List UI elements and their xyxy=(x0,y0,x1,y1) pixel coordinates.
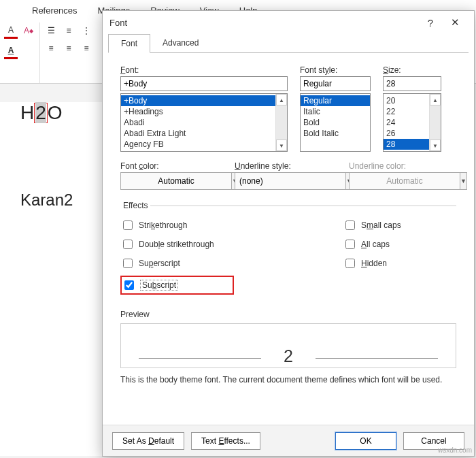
list-item[interactable]: Abadi xyxy=(121,117,275,128)
help-button[interactable]: ? xyxy=(418,17,443,29)
label-size: Size: xyxy=(383,65,441,75)
align-left-icon[interactable]: ≡ xyxy=(43,40,59,56)
list-item[interactable]: +Body xyxy=(121,95,275,106)
preview-sample: 2 xyxy=(284,324,293,367)
effects-group: Effects Strikethrough Double strikethrou… xyxy=(120,201,456,300)
checkbox-all-caps[interactable]: All caps xyxy=(343,238,456,251)
font-color-combo[interactable]: ▼ xyxy=(120,172,222,190)
font-color-icon[interactable]: A xyxy=(4,43,18,59)
size-list[interactable]: 20 22 24 26 28 ▲ ▼ xyxy=(383,93,441,152)
doc-sample-h2o: H2O xyxy=(20,102,63,124)
checkbox-subscript[interactable]: Subscript xyxy=(122,278,178,292)
ok-button[interactable]: OK xyxy=(335,432,396,450)
preview-box: 2 xyxy=(120,323,456,368)
document-area xyxy=(0,102,109,456)
numbering-icon[interactable]: ≡ xyxy=(61,22,77,39)
font-input[interactable] xyxy=(120,76,288,91)
scrollbar[interactable]: ▲ ▼ xyxy=(429,94,441,151)
scroll-down-icon[interactable]: ▼ xyxy=(430,140,441,151)
underline-color-combo: ▼ xyxy=(349,172,451,190)
list-item[interactable]: Regular xyxy=(301,95,370,106)
dialog-title: Font xyxy=(109,18,418,28)
font-color-split[interactable]: A xyxy=(4,22,18,39)
scroll-up-icon[interactable]: ▲ xyxy=(430,94,441,105)
scroll-up-icon[interactable]: ▲ xyxy=(276,94,287,105)
tab-advanced[interactable]: Advanced xyxy=(150,34,211,52)
font-list[interactable]: +Body +Headings Abadi Abadi Extra Light … xyxy=(120,93,288,152)
label-preview: Preview xyxy=(120,310,456,319)
scroll-down-icon[interactable]: ▼ xyxy=(276,140,287,151)
checkbox-small-caps[interactable]: Small caps xyxy=(343,218,456,232)
size-input[interactable] xyxy=(383,76,441,91)
checkbox-strikethrough[interactable]: Strikethrough xyxy=(120,218,234,232)
checkbox-superscript[interactable]: Superscript xyxy=(120,257,234,270)
font-style-list[interactable]: Regular Italic Bold Bold Italic xyxy=(300,93,371,152)
label-font-color: Font color: xyxy=(120,161,222,171)
doc-sample-karan: Karan2 xyxy=(20,191,73,210)
list-item[interactable]: Agency FB xyxy=(121,139,275,150)
checkbox-double-strikethrough[interactable]: Double strikethrough xyxy=(120,238,234,251)
checkbox-hidden[interactable]: Hidden xyxy=(343,257,456,270)
multilevel-icon[interactable]: ⋮ xyxy=(78,22,95,39)
watermark: wsxdn.com xyxy=(438,446,472,454)
label-font-style: Font style: xyxy=(300,65,371,75)
clear-format-icon[interactable]: A◆ xyxy=(20,22,37,39)
label-font: Font: xyxy=(120,65,288,75)
list-item[interactable]: 22 xyxy=(384,106,429,117)
list-item[interactable]: 28 xyxy=(384,139,429,150)
list-item[interactable]: 20 xyxy=(384,95,429,106)
label-underline-color: Underline color: xyxy=(349,161,451,171)
list-item[interactable]: Bold Italic xyxy=(301,128,370,139)
label-effects: Effects xyxy=(120,201,150,210)
underline-style-combo[interactable]: ▼ xyxy=(235,172,337,190)
list-item[interactable]: 26 xyxy=(384,128,429,139)
dialog-titlebar: Font ? ✕ xyxy=(103,11,474,34)
align-right-icon[interactable]: ≡ xyxy=(78,40,95,56)
label-underline-style: Underline style: xyxy=(235,161,337,171)
dialog-tabs: Font Advanced xyxy=(108,34,469,53)
list-item[interactable]: 24 xyxy=(384,117,429,128)
selection-marker: 2 xyxy=(34,103,48,123)
close-button[interactable]: ✕ xyxy=(443,16,467,29)
set-default-button[interactable]: Set As Default xyxy=(112,432,184,450)
list-item[interactable]: Italic xyxy=(301,106,370,117)
text-effects-button[interactable]: Text Effects... xyxy=(191,432,260,450)
list-item[interactable]: Abadi Extra Light xyxy=(121,128,275,139)
scrollbar[interactable]: ▲ ▼ xyxy=(275,94,287,151)
list-item[interactable]: +Headings xyxy=(121,106,275,117)
highlight-marker: Subscript xyxy=(120,276,234,295)
font-style-input[interactable] xyxy=(300,76,371,91)
bullets-icon[interactable]: ☰ xyxy=(43,22,59,39)
chevron-down-icon: ▼ xyxy=(460,178,466,184)
preview-note: This is the body theme font. The current… xyxy=(120,375,456,385)
list-item[interactable]: Bold xyxy=(301,117,370,128)
tab-references[interactable]: References xyxy=(31,3,78,18)
dialog-buttons: Set As Default Text Effects... OK Cancel xyxy=(103,425,474,456)
font-dialog: Font ? ✕ Font Advanced Font: +Body +Head… xyxy=(102,10,475,457)
align-center-icon[interactable]: ≡ xyxy=(61,40,77,56)
tab-font[interactable]: Font xyxy=(108,34,150,53)
